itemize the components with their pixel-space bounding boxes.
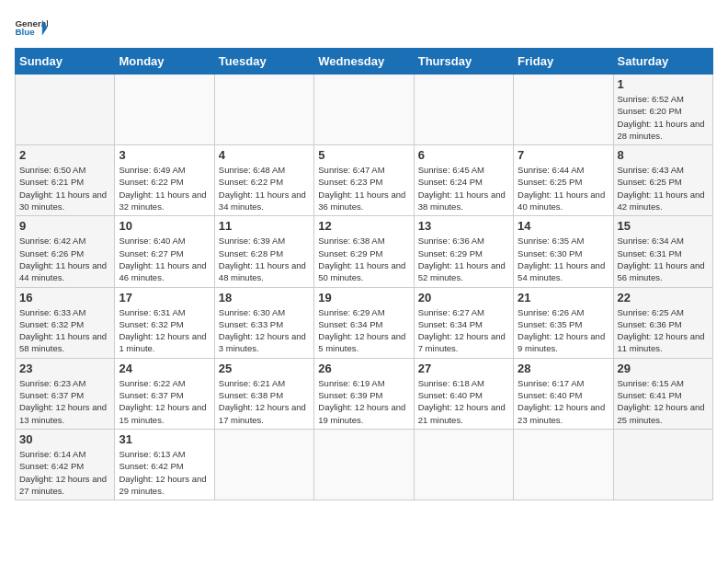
day-number: 12 [318, 219, 409, 233]
calendar-cell [314, 429, 414, 500]
calendar-cell: 7Sunrise: 6:44 AM Sunset: 6:25 PM Daylig… [514, 145, 613, 216]
calendar-cell: 20Sunrise: 6:27 AM Sunset: 6:34 PM Dayli… [414, 287, 513, 358]
calendar-cell [414, 75, 513, 145]
day-info: Sunrise: 6:17 AM Sunset: 6:40 PM Dayligh… [518, 377, 609, 426]
calendar-cell: 3Sunrise: 6:49 AM Sunset: 6:22 PM Daylig… [115, 145, 214, 216]
calendar-cell: 16Sunrise: 6:33 AM Sunset: 6:32 PM Dayli… [16, 287, 115, 358]
day-number: 20 [418, 291, 509, 304]
day-info: Sunrise: 6:26 AM Sunset: 6:35 PM Dayligh… [518, 306, 609, 355]
day-number: 10 [119, 219, 210, 233]
day-info: Sunrise: 6:31 AM Sunset: 6:32 PM Dayligh… [119, 306, 210, 355]
calendar-cell: 18Sunrise: 6:30 AM Sunset: 6:33 PM Dayli… [214, 287, 313, 358]
col-header-wednesday: Wednesday [314, 49, 414, 75]
calendar-cell: 5Sunrise: 6:47 AM Sunset: 6:23 PM Daylig… [314, 145, 414, 216]
svg-text:Blue: Blue [16, 27, 36, 37]
day-number: 2 [19, 148, 110, 162]
calendar-cell: 22Sunrise: 6:25 AM Sunset: 6:36 PM Dayli… [613, 287, 712, 358]
day-number: 11 [219, 219, 310, 233]
day-number: 19 [318, 291, 409, 304]
day-number: 13 [418, 219, 509, 233]
col-header-thursday: Thursday [414, 49, 513, 75]
calendar-cell [514, 75, 613, 145]
day-number: 3 [119, 148, 210, 162]
day-number: 31 [119, 432, 210, 446]
day-info: Sunrise: 6:22 AM Sunset: 6:37 PM Dayligh… [119, 377, 210, 426]
calendar-week-2: 2Sunrise: 6:50 AM Sunset: 6:21 PM Daylig… [16, 145, 713, 216]
day-number: 5 [318, 148, 409, 162]
day-number: 25 [219, 362, 310, 375]
day-number: 18 [219, 291, 310, 304]
calendar-cell: 29Sunrise: 6:15 AM Sunset: 6:41 PM Dayli… [613, 358, 712, 429]
calendar-week-1: 1Sunrise: 6:52 AM Sunset: 6:20 PM Daylig… [16, 75, 713, 145]
calendar-cell: 8Sunrise: 6:43 AM Sunset: 6:25 PM Daylig… [613, 145, 712, 216]
day-number: 1 [618, 77, 709, 91]
day-number: 23 [19, 362, 110, 375]
calendar-cell: 11Sunrise: 6:39 AM Sunset: 6:28 PM Dayli… [214, 216, 313, 287]
day-number: 16 [19, 291, 110, 304]
day-info: Sunrise: 6:27 AM Sunset: 6:34 PM Dayligh… [418, 306, 509, 355]
calendar-cell [414, 429, 513, 500]
col-header-monday: Monday [115, 49, 214, 75]
day-info: Sunrise: 6:30 AM Sunset: 6:33 PM Dayligh… [219, 306, 310, 355]
calendar-cell [214, 75, 313, 145]
calendar-cell: 14Sunrise: 6:35 AM Sunset: 6:30 PM Dayli… [514, 216, 613, 287]
calendar-header-row: SundayMondayTuesdayWednesdayThursdayFrid… [16, 49, 713, 75]
day-number: 30 [19, 432, 110, 446]
day-number: 24 [119, 362, 210, 375]
col-header-saturday: Saturday [613, 49, 712, 75]
day-info: Sunrise: 6:21 AM Sunset: 6:38 PM Dayligh… [219, 377, 310, 426]
day-info: Sunrise: 6:33 AM Sunset: 6:32 PM Dayligh… [19, 306, 110, 355]
calendar-cell [16, 75, 115, 145]
day-number: 14 [518, 219, 609, 233]
day-info: Sunrise: 6:14 AM Sunset: 6:42 PM Dayligh… [19, 448, 110, 497]
day-info: Sunrise: 6:42 AM Sunset: 6:26 PM Dayligh… [19, 235, 110, 283]
calendar-cell: 4Sunrise: 6:48 AM Sunset: 6:22 PM Daylig… [214, 145, 313, 216]
logo: General Blue [15, 15, 48, 40]
day-number: 4 [219, 148, 310, 162]
day-info: Sunrise: 6:45 AM Sunset: 6:24 PM Dayligh… [418, 164, 509, 213]
day-info: Sunrise: 6:44 AM Sunset: 6:25 PM Dayligh… [518, 164, 609, 213]
day-info: Sunrise: 6:18 AM Sunset: 6:40 PM Dayligh… [418, 377, 509, 426]
day-number: 21 [518, 291, 609, 304]
calendar-cell [115, 75, 214, 145]
calendar-cell: 25Sunrise: 6:21 AM Sunset: 6:38 PM Dayli… [214, 358, 313, 429]
day-number: 6 [418, 148, 509, 162]
calendar-cell: 21Sunrise: 6:26 AM Sunset: 6:35 PM Dayli… [514, 287, 613, 358]
day-info: Sunrise: 6:38 AM Sunset: 6:29 PM Dayligh… [318, 235, 409, 283]
calendar-cell: 2Sunrise: 6:50 AM Sunset: 6:21 PM Daylig… [16, 145, 115, 216]
calendar-cell: 12Sunrise: 6:38 AM Sunset: 6:29 PM Dayli… [314, 216, 414, 287]
day-info: Sunrise: 6:35 AM Sunset: 6:30 PM Dayligh… [518, 235, 609, 283]
day-info: Sunrise: 6:49 AM Sunset: 6:22 PM Dayligh… [119, 164, 210, 213]
calendar-cell: 17Sunrise: 6:31 AM Sunset: 6:32 PM Dayli… [115, 287, 214, 358]
calendar-cell [514, 429, 613, 500]
day-info: Sunrise: 6:36 AM Sunset: 6:29 PM Dayligh… [418, 235, 509, 283]
calendar-week-3: 9Sunrise: 6:42 AM Sunset: 6:26 PM Daylig… [16, 216, 713, 287]
calendar-cell: 19Sunrise: 6:29 AM Sunset: 6:34 PM Dayli… [314, 287, 414, 358]
header: General Blue [15, 15, 713, 40]
col-header-tuesday: Tuesday [214, 49, 313, 75]
day-number: 15 [618, 219, 709, 233]
calendar-table: SundayMondayTuesdayWednesdayThursdayFrid… [15, 48, 713, 500]
day-number: 22 [618, 291, 709, 304]
calendar-cell: 26Sunrise: 6:19 AM Sunset: 6:39 PM Dayli… [314, 358, 414, 429]
day-info: Sunrise: 6:39 AM Sunset: 6:28 PM Dayligh… [219, 235, 310, 283]
col-header-sunday: Sunday [16, 49, 115, 75]
calendar-cell: 31Sunrise: 6:13 AM Sunset: 6:42 PM Dayli… [115, 429, 214, 500]
day-info: Sunrise: 6:25 AM Sunset: 6:36 PM Dayligh… [618, 306, 709, 355]
calendar-cell: 1Sunrise: 6:52 AM Sunset: 6:20 PM Daylig… [613, 75, 712, 145]
calendar-cell: 6Sunrise: 6:45 AM Sunset: 6:24 PM Daylig… [414, 145, 513, 216]
day-info: Sunrise: 6:43 AM Sunset: 6:25 PM Dayligh… [618, 164, 709, 213]
day-info: Sunrise: 6:19 AM Sunset: 6:39 PM Dayligh… [318, 377, 409, 426]
calendar-cell: 28Sunrise: 6:17 AM Sunset: 6:40 PM Dayli… [514, 358, 613, 429]
calendar-cell: 23Sunrise: 6:23 AM Sunset: 6:37 PM Dayli… [16, 358, 115, 429]
calendar-cell [314, 75, 414, 145]
day-info: Sunrise: 6:40 AM Sunset: 6:27 PM Dayligh… [119, 235, 210, 283]
day-info: Sunrise: 6:48 AM Sunset: 6:22 PM Dayligh… [219, 164, 310, 213]
day-number: 27 [418, 362, 509, 375]
calendar-week-6: 30Sunrise: 6:14 AM Sunset: 6:42 PM Dayli… [16, 429, 713, 500]
calendar-cell [613, 429, 712, 500]
calendar-cell: 9Sunrise: 6:42 AM Sunset: 6:26 PM Daylig… [16, 216, 115, 287]
calendar-week-4: 16Sunrise: 6:33 AM Sunset: 6:32 PM Dayli… [16, 287, 713, 358]
calendar-cell: 10Sunrise: 6:40 AM Sunset: 6:27 PM Dayli… [115, 216, 214, 287]
calendar-cell [214, 429, 313, 500]
